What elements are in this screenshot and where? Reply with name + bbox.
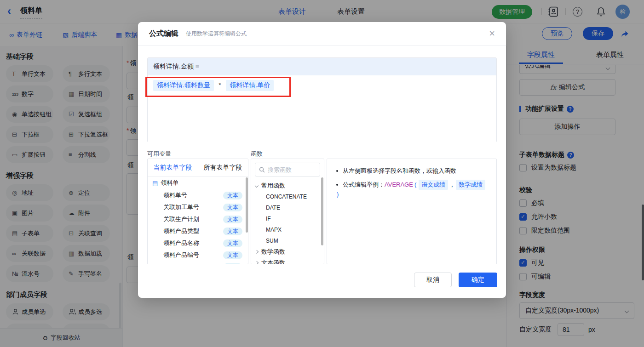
formula-operator: *: [218, 81, 221, 89]
function-item[interactable]: CONCATENATE: [251, 191, 324, 202]
form-doc-icon: ▤: [152, 180, 158, 187]
formula-field-chip[interactable]: 领料详情.领料数量: [153, 80, 214, 91]
tab-current-form-fields[interactable]: 当前表单字段: [148, 159, 198, 176]
function-item[interactable]: DATE: [251, 202, 324, 213]
modal-header: 公式编辑 使用数学运算符编辑公式 ×: [138, 22, 506, 46]
variable-item[interactable]: 领料产品编号文本: [148, 249, 248, 261]
variable-item[interactable]: 关联生产计划文本: [148, 213, 248, 225]
variable-item[interactable]: 关联加工单号文本: [148, 201, 248, 213]
type-badge: 文本: [223, 239, 242, 247]
variable-item[interactable]: 领料产品名称文本: [148, 237, 248, 249]
type-badge: 文本: [223, 263, 242, 265]
search-icon: [259, 167, 265, 173]
function-item[interactable]: IF: [251, 213, 324, 224]
chevron-right-icon: [255, 250, 259, 254]
tab-all-form-fields[interactable]: 所有表单字段: [198, 159, 248, 176]
functions-panel: 常用函数 CONCATENATE DATE IF MAPX SUM 数学函数 文…: [251, 159, 324, 264]
variables-label: 可用变量: [147, 150, 171, 158]
type-badge: 文本: [223, 228, 242, 235]
function-item[interactable]: SUM: [251, 235, 324, 246]
formula-input-area[interactable]: 领料详情.领料数量 * 领料详情.单价: [148, 75, 496, 142]
type-badge: 文本: [223, 204, 242, 211]
formula-target: 领料详情.金额 =: [148, 58, 496, 75]
confirm-button[interactable]: 确定: [459, 273, 497, 287]
close-icon[interactable]: ×: [489, 28, 495, 39]
formula-edit-modal: 公式编辑 使用数学运算符编辑公式 × 领料详情.金额 = 领料详情.领料数量 *…: [138, 22, 506, 298]
example-field-chip: 数学成绩: [456, 180, 485, 190]
functions-scrollbar[interactable]: [321, 177, 323, 245]
function-group-math[interactable]: 数学函数: [251, 246, 324, 257]
modal-title: 公式编辑: [149, 29, 178, 39]
modal-subtitle: 使用数学运算符编辑公式: [186, 30, 247, 38]
chevron-down-icon: [255, 184, 259, 188]
variables-panel: 当前表单字段 所有表单字段 ▤ 领料单 领料单号文本 关联加工单号文本 关联生产…: [147, 159, 248, 264]
variable-item[interactable]: 文本: [148, 261, 248, 264]
function-group-common[interactable]: 常用函数: [251, 180, 324, 191]
type-badge: 文本: [223, 251, 242, 259]
cancel-button[interactable]: 取消: [414, 273, 452, 287]
variable-tree-root[interactable]: ▤ 领料单: [148, 176, 248, 189]
formula-help-panel: 从左侧面板选择字段名和函数，或输入函数 公式编辑举例： AVERAGE ( 语文…: [327, 159, 497, 264]
variable-item[interactable]: 领料产品类型文本: [148, 225, 248, 237]
help-tip: 从左侧面板选择字段名和函数，或输入函数: [335, 166, 488, 176]
variable-item[interactable]: 领料单号文本: [148, 189, 248, 201]
formula-field-chip[interactable]: 领料详情.单价: [226, 80, 274, 91]
type-badge: 文本: [223, 216, 242, 223]
help-example: 公式编辑举例： AVERAGE ( 语文成绩 ， 数学成绩 ): [335, 180, 488, 199]
example-field-chip: 语文成绩: [419, 180, 448, 190]
function-item[interactable]: MAPX: [251, 224, 324, 235]
variables-scrollbar[interactable]: [246, 177, 248, 233]
chevron-right-icon: [255, 261, 259, 264]
function-group-text[interactable]: 文本函数: [251, 257, 324, 264]
formula-editor: 领料详情.金额 = 领料详情.领料数量 * 领料详情.单价: [147, 57, 497, 142]
type-badge: 文本: [223, 192, 242, 199]
functions-label: 函数: [251, 150, 263, 158]
function-search[interactable]: [255, 163, 320, 176]
function-search-input[interactable]: [268, 166, 314, 173]
